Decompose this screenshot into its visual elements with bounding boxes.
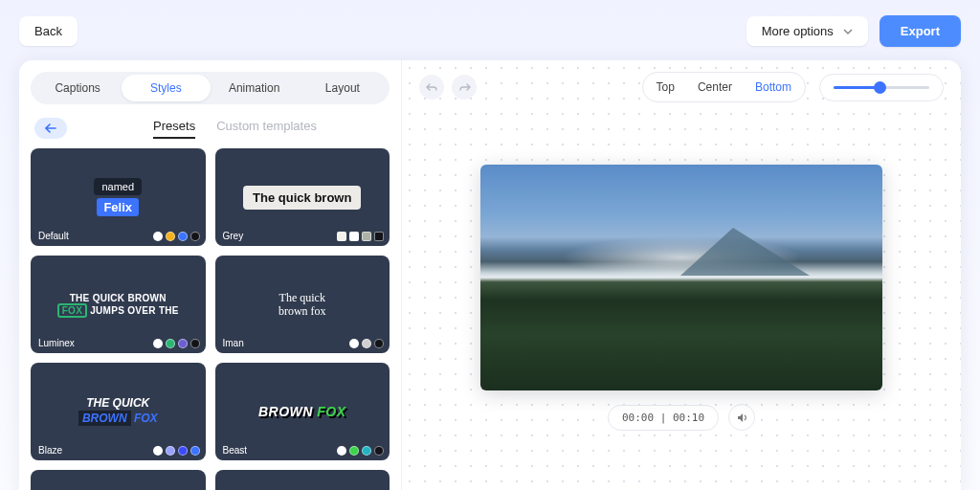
- color-swatch: [153, 339, 163, 348]
- more-options-button[interactable]: More options: [746, 16, 868, 46]
- preset-label: Iman: [223, 338, 244, 348]
- preset-swatches: [349, 339, 384, 348]
- segment-wrap: Captions Styles Animation Layout: [19, 60, 401, 110]
- zoom-slider[interactable]: [819, 74, 944, 101]
- preset-swatches: [337, 446, 384, 456]
- export-button[interactable]: Export: [880, 15, 961, 47]
- time-display: 00:00 | 00:10: [608, 405, 719, 431]
- color-swatch: [362, 446, 371, 456]
- chevron-down-icon: [843, 27, 853, 36]
- preset-label: Luminex: [38, 338, 75, 348]
- playback-controls: 00:00 | 00:10: [608, 404, 755, 431]
- preset-card-Blaze[interactable]: THE QUICKBROWN FOXBlaze: [31, 363, 206, 460]
- color-swatch: [153, 446, 163, 456]
- seg-layout[interactable]: Layout: [299, 75, 387, 101]
- color-swatch: [374, 339, 384, 348]
- undo-icon: [426, 81, 438, 94]
- color-swatch: [374, 446, 384, 456]
- color-swatch: [362, 339, 371, 348]
- preset-swatches: [153, 339, 200, 348]
- left-panel: Captions Styles Animation Layout Presets…: [19, 60, 402, 490]
- color-swatch: [166, 339, 175, 348]
- mountain-shape: [680, 228, 810, 276]
- preset-card-Iman[interactable]: The quickbrown foxIman: [215, 256, 390, 353]
- preset-card-7[interactable]: THE QUICK BROWN: [215, 470, 390, 490]
- color-swatch: [153, 232, 163, 241]
- right-panel: Top Center Bottom 00:00 | 00:10: [402, 60, 961, 490]
- segment-control: Captions Styles Animation Layout: [31, 72, 390, 104]
- color-swatch: [337, 232, 346, 241]
- topbar: Back More options Export: [0, 0, 980, 60]
- preset-card-Beast[interactable]: BROWN FOXBeast: [215, 363, 390, 460]
- pos-top[interactable]: Top: [645, 75, 686, 100]
- position-group: Top Center Bottom: [642, 72, 806, 102]
- sub-header: Presets Custom templates: [19, 110, 401, 148]
- color-swatch: [349, 339, 359, 348]
- redo-icon: [458, 81, 471, 94]
- video-preview[interactable]: [480, 165, 882, 390]
- color-swatch: [349, 232, 359, 241]
- subtab-presets[interactable]: Presets: [153, 119, 195, 139]
- slider-fill: [834, 86, 878, 89]
- color-swatch: [166, 232, 175, 241]
- back-button[interactable]: Back: [19, 16, 78, 46]
- slider-track: [834, 86, 929, 89]
- canvas-area: 00:00 | 00:10: [402, 102, 961, 490]
- pos-center[interactable]: Center: [686, 75, 744, 100]
- color-swatch: [190, 339, 200, 348]
- color-swatch: [337, 446, 346, 456]
- color-swatch: [362, 232, 371, 241]
- color-swatch: [374, 232, 384, 241]
- volume-button[interactable]: [728, 404, 755, 431]
- preset-card-6[interactable]: THE QUICKBROWN FOX: [31, 470, 206, 490]
- color-swatch: [178, 339, 188, 348]
- preset-swatches: [337, 232, 384, 241]
- pos-bottom[interactable]: Bottom: [744, 75, 803, 100]
- presets-grid: namedFelixDefaultThe quick brownGreyTHE …: [19, 148, 401, 490]
- time-current: 00:00: [622, 412, 654, 424]
- preset-label: Blaze: [38, 445, 62, 456]
- time-total: 00:10: [673, 412, 704, 424]
- color-swatch: [178, 446, 188, 456]
- color-swatch: [190, 446, 200, 456]
- preset-label: Grey: [223, 231, 244, 241]
- sub-tabs: Presets Custom templates: [84, 119, 386, 139]
- slider-thumb[interactable]: [874, 81, 886, 94]
- preset-swatches: [153, 232, 200, 241]
- preview-toolbar: Top Center Bottom: [402, 60, 961, 102]
- main-panel: Captions Styles Animation Layout Presets…: [19, 60, 961, 490]
- subtab-custom[interactable]: Custom templates: [216, 119, 317, 139]
- seg-captions[interactable]: Captions: [33, 75, 122, 101]
- preset-card-Grey[interactable]: The quick brownGrey: [215, 148, 390, 246]
- back-arrow-button[interactable]: [34, 118, 67, 139]
- more-options-label: More options: [762, 24, 834, 38]
- color-swatch: [349, 446, 359, 456]
- preset-card-Luminex[interactable]: THE QUICK BROWNFOX JUMPS OVER THELuminex: [31, 256, 206, 353]
- seg-styles[interactable]: Styles: [122, 75, 210, 101]
- topbar-right: More options Export: [746, 15, 961, 47]
- color-swatch: [178, 232, 188, 241]
- seg-animation[interactable]: Animation: [211, 75, 299, 101]
- preset-swatches: [153, 446, 200, 456]
- preset-card-Default[interactable]: namedFelixDefault: [31, 148, 206, 246]
- color-swatch: [190, 232, 200, 241]
- history-buttons: [419, 75, 477, 100]
- arrow-left-icon: [45, 123, 56, 133]
- preset-label: Beast: [223, 445, 248, 456]
- preset-label: Default: [38, 231, 69, 241]
- volume-icon: [736, 412, 748, 424]
- color-swatch: [166, 446, 175, 456]
- redo-button[interactable]: [452, 75, 477, 100]
- undo-button[interactable]: [419, 75, 444, 100]
